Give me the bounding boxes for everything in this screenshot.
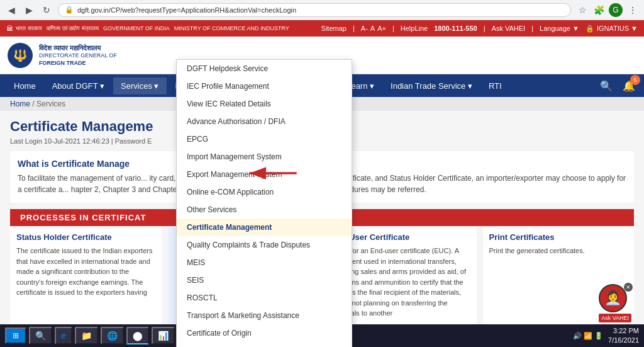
taskbar-excel[interactable]: 📊 bbox=[152, 327, 175, 344]
user-profile-link[interactable]: 🔒 IGNATIUS ▼ bbox=[586, 25, 638, 33]
taskbar-clock: 3:22 PM 7/16/2021 bbox=[608, 326, 639, 346]
username-label: IGNATIUS ▼ bbox=[597, 25, 638, 32]
menu-icon[interactable]: ⋮ bbox=[626, 4, 639, 16]
dropdown-item-epcg[interactable]: EPCG bbox=[177, 130, 352, 148]
govt-info: 🏛 भारत सरकार वाणिज्य एवं उद्योग मंत्रालय… bbox=[6, 25, 289, 32]
browser-icons: ☆ 🧩 G ⋮ bbox=[576, 3, 639, 17]
bookmark-icon[interactable]: ☆ bbox=[576, 4, 589, 16]
dropdown-item-policy-relaxation[interactable]: Policy Relaxation Committee bbox=[177, 342, 352, 347]
sep3: | bbox=[484, 25, 486, 32]
services-dropdown: DGFT Helpdesk Service IEC Profile Manage… bbox=[176, 59, 352, 347]
breadcrumb-home[interactable]: Home bbox=[10, 100, 30, 108]
nav-indian-trade-service-label: Indian Trade Service ▾ bbox=[391, 81, 472, 91]
dropdown-item-rosctl[interactable]: ROSCTL bbox=[177, 289, 352, 307]
lock-icon: 🔒 bbox=[65, 6, 74, 14]
nav-services-label: Services ▾ bbox=[121, 81, 158, 91]
nav-indian-trade-service[interactable]: Indian Trade Service ▾ bbox=[383, 77, 480, 94]
font-controls: A- A A+ bbox=[361, 25, 386, 32]
taskbar-chrome[interactable]: ⬤ bbox=[126, 327, 149, 344]
utility-bar: 🏛 भारत सरकार वाणिज्य एवं उद्योग मंत्रालय… bbox=[0, 20, 644, 37]
logo-title-hindi: विदेश व्यापार महानिदेशालय bbox=[39, 43, 117, 52]
ask-vahei-link[interactable]: Ask VAHEI bbox=[492, 25, 526, 32]
font-normal-btn[interactable]: A bbox=[370, 25, 375, 32]
vahei-close-btn[interactable]: ✕ bbox=[624, 283, 633, 292]
language-link[interactable]: Language ▼ bbox=[540, 25, 579, 32]
dropdown-item-other-services[interactable]: Other Services bbox=[177, 201, 352, 219]
back-button[interactable]: ◀ bbox=[5, 4, 18, 16]
dropdown-item-advance-auth[interactable]: Advance Authorisation / DFIA bbox=[177, 113, 352, 130]
sep4: | bbox=[531, 25, 533, 32]
dropdown-item-meis[interactable]: MEIS bbox=[177, 254, 352, 271]
extension-icon[interactable]: 🧩 bbox=[592, 4, 605, 16]
end-user-title: End User Certificate bbox=[331, 232, 470, 242]
taskbar-edge[interactable]: 🌐 bbox=[101, 327, 124, 344]
nav-right-controls: 🔍 🔔 5 bbox=[597, 77, 638, 94]
url-text: dgft.gov.in/CP/web?requestType=Applicati… bbox=[77, 6, 296, 14]
helpline-number: 1800-111-550 bbox=[434, 25, 477, 32]
ask-vahei-widget[interactable]: 👩‍💼 Ask VAHEI ✕ bbox=[599, 284, 631, 322]
excel-icon: 📊 bbox=[158, 331, 169, 341]
taskbar-search[interactable]: 🔍 bbox=[29, 327, 52, 344]
sep1: | bbox=[353, 25, 355, 32]
nav-home-label: Home bbox=[14, 81, 36, 91]
dropdown-item-iec-profile[interactable]: IEC Profile Management bbox=[177, 77, 352, 95]
govt-emblem: 🔱 bbox=[8, 43, 33, 68]
forward-button[interactable]: ▶ bbox=[23, 4, 35, 16]
logo-section: 🔱 विदेश व्यापार महानिदेशालय DIRECTORATE … bbox=[8, 43, 117, 68]
status-holder-card: Status Holder Certificate The certificat… bbox=[10, 226, 162, 325]
system-tray-icons: 🔊 📶 🔋 bbox=[573, 332, 603, 340]
taskbar-time-value: 3:22 PM bbox=[608, 326, 639, 336]
dropdown-item-dgft-helpdesk[interactable]: DGFT Helpdesk Service bbox=[177, 60, 352, 77]
search-icon[interactable]: 🔍 bbox=[597, 77, 615, 94]
notification-bell-icon[interactable]: 🔔 5 bbox=[620, 77, 638, 94]
breadcrumb-services: Services bbox=[36, 100, 65, 108]
dropdown-item-seis[interactable]: SEIS bbox=[177, 271, 352, 289]
search-taskbar-icon: 🔍 bbox=[35, 331, 46, 341]
nav-about-dgft[interactable]: About DGFT ▾ bbox=[45, 77, 112, 94]
font-large-btn[interactable]: A+ bbox=[377, 25, 386, 32]
profile-icon[interactable]: G bbox=[609, 3, 623, 17]
dropdown-item-view-iec[interactable]: View IEC Related Details bbox=[177, 95, 352, 113]
taskbar-right: 🔊 📶 🔋 3:22 PM 7/16/2021 bbox=[573, 326, 639, 346]
status-holder-body: The certificate issued to the Indian exp… bbox=[16, 246, 155, 298]
status-holder-title: Status Holder Certificate bbox=[16, 232, 155, 242]
user-icon: 🔒 bbox=[586, 25, 594, 33]
logo-line3: FOREIGN TRADE bbox=[39, 60, 117, 67]
nav-services[interactable]: Services ▾ bbox=[113, 77, 166, 94]
govt-text: भारत सरकार वाणिज्य एवं उद्योग मंत्रालय G… bbox=[16, 25, 289, 32]
font-small-btn[interactable]: A- bbox=[361, 25, 368, 32]
edge-icon: 🌐 bbox=[107, 331, 118, 341]
taskbar-folder[interactable]: 📁 bbox=[75, 327, 98, 344]
logo-text: विदेश व्यापार महानिदेशालय DIRECTORATE GE… bbox=[39, 43, 117, 67]
nav-about-dgft-label: About DGFT ▾ bbox=[52, 81, 104, 91]
print-cert-title: Print Certificates bbox=[489, 232, 628, 242]
sitemap-link[interactable]: Sitemap bbox=[321, 25, 347, 32]
nav-home[interactable]: Home bbox=[6, 77, 43, 94]
taskbar-ie[interactable]: e bbox=[55, 327, 72, 344]
ask-vahei-label: Ask VAHEI bbox=[599, 314, 631, 322]
notification-badge: 5 bbox=[630, 75, 640, 85]
dropdown-item-transport-marketing[interactable]: Transport & Marketing Assistance bbox=[177, 307, 352, 324]
dropdown-item-cert-origin[interactable]: Certificate of Origin bbox=[177, 324, 352, 342]
sep2: | bbox=[392, 25, 394, 32]
emblem-icon: 🏛 bbox=[6, 25, 13, 32]
refresh-button[interactable]: ↻ bbox=[40, 4, 53, 16]
nav-rti-label: RTI bbox=[489, 81, 502, 91]
taskbar-date-value: 7/16/2021 bbox=[608, 336, 639, 345]
ie-icon: e bbox=[61, 331, 66, 341]
arrow-annotation bbox=[239, 157, 302, 191]
print-cert-body: Print the generated certificates. bbox=[489, 246, 628, 256]
start-button[interactable]: ⊞ bbox=[5, 327, 26, 344]
processes-title: PROCESSES IN CERTIFICAT bbox=[20, 213, 146, 222]
folder-icon: 📁 bbox=[81, 331, 92, 341]
logo-line2: DIRECTORATE GENERAL OF bbox=[39, 52, 117, 60]
print-cert-card: Print Certificates Print the generated c… bbox=[483, 226, 635, 325]
chrome-icon: ⬤ bbox=[133, 331, 143, 341]
dropdown-item-quality-complaints[interactable]: Quality Complaints & Trade Disputes bbox=[177, 236, 352, 254]
browser-bar: ◀ ▶ ↻ 🔒 dgft.gov.in/CP/web?requestType=A… bbox=[0, 0, 644, 20]
dropdown-item-cert-management[interactable]: Certificate Management bbox=[177, 219, 352, 236]
utility-right: Sitemap | A- A A+ | HelpLine 1800-111-55… bbox=[321, 25, 638, 33]
address-bar[interactable]: 🔒 dgft.gov.in/CP/web?requestType=Applica… bbox=[58, 3, 571, 17]
nav-rti[interactable]: RTI bbox=[481, 77, 509, 94]
red-arrow-svg bbox=[239, 157, 302, 189]
